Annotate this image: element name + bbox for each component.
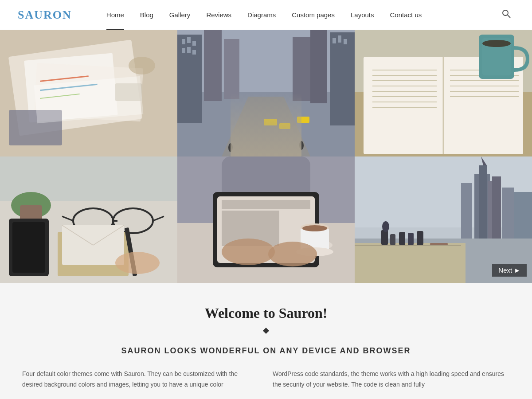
gallery-cell-3 bbox=[355, 30, 532, 156]
next-button[interactable]: Next ► bbox=[492, 264, 527, 277]
gallery-image-book-coffee bbox=[355, 30, 532, 156]
svg-line-8 bbox=[40, 94, 80, 98]
svg-rect-27 bbox=[204, 30, 222, 101]
svg-point-73 bbox=[115, 252, 160, 274]
svg-point-0 bbox=[503, 10, 508, 16]
svg-rect-21 bbox=[330, 32, 355, 125]
search-button[interactable] bbox=[498, 6, 514, 24]
gallery-image-city bbox=[177, 30, 355, 156]
svg-rect-31 bbox=[264, 119, 277, 125]
nav-reviews[interactable]: Reviews bbox=[198, 0, 239, 30]
svg-rect-10 bbox=[9, 110, 62, 145]
svg-rect-28 bbox=[224, 39, 239, 99]
nav-contact-us[interactable]: Contact us bbox=[382, 0, 430, 30]
svg-rect-30 bbox=[310, 30, 327, 103]
svg-rect-16 bbox=[187, 37, 191, 43]
nav-blog[interactable]: Blog bbox=[132, 0, 161, 30]
svg-rect-105 bbox=[417, 231, 423, 245]
svg-rect-96 bbox=[514, 192, 532, 241]
gallery-image-desk bbox=[0, 30, 177, 156]
svg-rect-104 bbox=[408, 233, 414, 245]
search-icon bbox=[502, 9, 511, 18]
svg-rect-9 bbox=[115, 83, 142, 101]
svg-point-85 bbox=[302, 225, 327, 231]
nav-home[interactable]: Home bbox=[98, 0, 132, 30]
svg-rect-101 bbox=[381, 230, 388, 245]
gallery-cell-6: Next ► bbox=[355, 156, 532, 283]
svg-rect-62 bbox=[12, 222, 45, 273]
svg-rect-29 bbox=[293, 37, 310, 101]
gallery-cell-4 bbox=[0, 156, 177, 283]
svg-rect-108 bbox=[430, 243, 448, 245]
svg-rect-32 bbox=[279, 123, 290, 129]
logo-text: AURON bbox=[25, 8, 71, 21]
svg-point-106 bbox=[382, 221, 389, 232]
svg-rect-33 bbox=[297, 117, 309, 123]
logo-accent: S bbox=[18, 8, 25, 21]
svg-point-34 bbox=[228, 143, 233, 152]
svg-line-1 bbox=[508, 15, 510, 18]
svg-rect-19 bbox=[187, 47, 191, 53]
site-header: SAURON Home Blog Gallery Reviews Diagram… bbox=[0, 0, 532, 30]
svg-rect-22 bbox=[332, 38, 336, 43]
svg-rect-18 bbox=[182, 48, 185, 53]
next-arrow-icon: ► bbox=[514, 266, 520, 274]
gallery-image-tablet bbox=[177, 156, 355, 283]
gallery-cell-5 bbox=[177, 156, 355, 283]
photo-gallery-grid: Next ► bbox=[0, 30, 532, 283]
divider-line-right bbox=[273, 331, 295, 331]
site-logo[interactable]: SAURON bbox=[18, 8, 72, 22]
title-divider bbox=[18, 329, 514, 333]
sub-heading: SAURON LOOKS WONDERFUL ON ANY DEVICE AND… bbox=[18, 346, 514, 356]
svg-point-35 bbox=[299, 141, 304, 150]
svg-rect-5 bbox=[34, 63, 143, 121]
svg-line-7 bbox=[40, 84, 98, 90]
welcome-columns: Four default color themes come with Saur… bbox=[22, 369, 510, 390]
nav-gallery[interactable]: Gallery bbox=[161, 0, 199, 30]
svg-rect-79 bbox=[222, 200, 310, 209]
svg-point-56 bbox=[482, 40, 511, 47]
svg-rect-20 bbox=[192, 50, 196, 55]
main-nav: Home Blog Gallery Reviews Diagrams Custo… bbox=[98, 0, 498, 30]
svg-rect-97 bbox=[492, 176, 501, 241]
svg-rect-15 bbox=[182, 39, 185, 44]
welcome-title: Welcome to Sauron! bbox=[18, 305, 514, 321]
svg-point-87 bbox=[222, 239, 275, 265]
svg-rect-93 bbox=[479, 165, 487, 245]
gallery-image-workspace bbox=[0, 156, 177, 283]
svg-point-11 bbox=[129, 57, 155, 74]
welcome-col1: Four default color themes come with Saur… bbox=[22, 369, 259, 390]
gallery-cell-1 bbox=[0, 30, 177, 156]
svg-point-88 bbox=[268, 242, 317, 266]
divider-diamond bbox=[263, 328, 269, 334]
welcome-col2: WordPress code standards, the theme work… bbox=[273, 369, 510, 390]
nav-diagrams[interactable]: Diagrams bbox=[239, 0, 284, 30]
gallery-cell-2 bbox=[177, 30, 355, 156]
svg-rect-95 bbox=[502, 188, 514, 241]
nav-custom-pages[interactable]: Custom pages bbox=[284, 0, 343, 30]
next-label: Next bbox=[498, 266, 512, 274]
welcome-section: Welcome to Sauron! SAURON LOOKS WONDERFU… bbox=[0, 283, 532, 399]
divider-line-left bbox=[237, 331, 259, 331]
svg-rect-17 bbox=[192, 41, 196, 46]
svg-rect-91 bbox=[461, 183, 472, 241]
nav-layouts[interactable]: Layouts bbox=[343, 0, 382, 30]
svg-rect-23 bbox=[338, 35, 341, 43]
svg-rect-100 bbox=[355, 243, 466, 283]
svg-rect-103 bbox=[399, 232, 405, 245]
svg-marker-25 bbox=[222, 97, 310, 156]
svg-rect-102 bbox=[390, 234, 395, 245]
svg-rect-24 bbox=[344, 39, 347, 44]
